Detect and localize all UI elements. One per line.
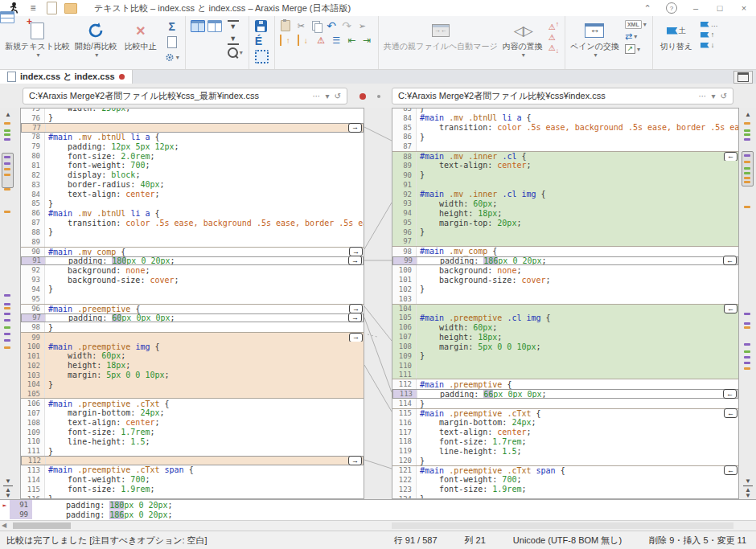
change-marker[interactable] (4, 162, 10, 165)
previous-change-button[interactable]: ↑ (280, 35, 294, 46)
change-marker[interactable] (4, 211, 10, 213)
change-marker[interactable] (4, 168, 10, 170)
merge-to-right-button[interactable]: → (349, 333, 363, 342)
change-marker[interactable] (4, 129, 10, 132)
merge-to-left-button[interactable]: ← (724, 465, 738, 475)
menu-hamburger-icon[interactable]: ≡ (27, 2, 39, 14)
next-change-icon[interactable]: ▼ (3, 477, 13, 485)
scroll-to-top-button[interactable]: ▼ (228, 20, 239, 31)
browse-ellipsis-icon[interactable]: ⋯ (313, 92, 321, 100)
pointer-mode-button[interactable]: ➢ (356, 20, 368, 31)
ocr-button[interactable] (255, 50, 269, 64)
indent-button[interactable]: ⇥ (361, 35, 373, 46)
change-marker[interactable] (744, 356, 750, 358)
change-marker[interactable] (4, 313, 10, 315)
encoding-button[interactable]: É (255, 35, 269, 47)
merge-to-right-button[interactable]: → (348, 123, 362, 133)
remove-markers-button[interactable]: ⚠ (315, 35, 327, 46)
new-document-icon[interactable] (47, 2, 57, 14)
right-overview-strip[interactable]: ▲▼▲▼ (737, 108, 756, 499)
scrollbar-thumb[interactable] (13, 522, 71, 529)
change-marker[interactable] (744, 167, 750, 170)
cut-button[interactable]: ✂ (295, 20, 307, 31)
next-change-button[interactable]: ↓ (298, 35, 312, 46)
report-button[interactable] (165, 35, 179, 48)
change-marker[interactable] (4, 307, 10, 309)
close-button[interactable]: × (732, 0, 756, 16)
merge-to-left-button[interactable]: ← (724, 408, 738, 418)
zoom-button[interactable]: ▾ (228, 47, 243, 58)
new-text-compare-button[interactable]: + 新規テキスト比較▾ (3, 18, 72, 60)
change-marker[interactable] (744, 154, 750, 157)
history-icon[interactable]: ↺ (721, 92, 727, 100)
change-marker[interactable] (744, 350, 750, 353)
redo-button[interactable]: ↷ (341, 20, 353, 31)
change-marker[interactable] (744, 326, 750, 329)
pane-window-button[interactable] (733, 71, 753, 84)
merge-to-left-button[interactable]: ← (723, 389, 737, 399)
change-marker[interactable] (4, 339, 10, 342)
options-gear-button[interactable]: ▾ (165, 51, 179, 64)
change-marker[interactable] (744, 161, 750, 163)
start-recompare-button[interactable]: 開始/再比較▾ (73, 18, 119, 60)
change-marker[interactable] (744, 313, 750, 315)
change-marker[interactable] (4, 346, 10, 349)
change-marker[interactable] (744, 181, 750, 183)
warning-down-button[interactable]: ⚠↓ (549, 44, 559, 55)
help-icon[interactable]: ? (659, 0, 684, 16)
outdent-button[interactable]: ⇤ (346, 35, 358, 46)
paste-button[interactable] (280, 20, 292, 31)
comparison-tab[interactable]: index.css と index.css (0, 70, 133, 84)
bookmark-list-button[interactable]: … (701, 20, 718, 28)
change-marker[interactable] (744, 322, 750, 325)
change-marker[interactable] (744, 172, 750, 174)
left-code-pane[interactable]: 75 width: 250px;76}77→78#main .mv .btnUl… (20, 108, 364, 499)
change-marker[interactable] (744, 129, 750, 132)
change-marker[interactable] (4, 333, 10, 335)
next-bookmark-button[interactable]: ↓ (701, 41, 718, 49)
merge-to-right-button[interactable]: → (348, 456, 362, 465)
merge-to-left-button[interactable]: ← (724, 152, 738, 162)
change-marker[interactable] (4, 326, 10, 329)
history-icon[interactable]: ↺ (335, 92, 341, 100)
change-marker[interactable] (744, 133, 750, 136)
merge-to-right-button[interactable]: → (349, 304, 363, 313)
sync-button[interactable]: ⇄▾ (625, 31, 647, 42)
open-folder-icon[interactable] (64, 3, 77, 14)
merge-to-left-button[interactable]: ← (724, 304, 738, 313)
collapse-ribbon-icon[interactable]: ⌃ (635, 0, 659, 16)
change-marker[interactable] (744, 122, 750, 125)
minimize-button[interactable]: – (684, 0, 708, 16)
copy-button[interactable] (310, 20, 323, 31)
toggle-bookmark-button[interactable]: 土 切り替え (656, 18, 696, 51)
left-overview-strip[interactable]: ▲▼▲▼ (0, 108, 19, 499)
dropdown-caret-icon[interactable]: ▾ (326, 92, 330, 100)
change-marker[interactable] (744, 206, 750, 208)
swap-panes-button[interactable]: ↔ ペインの交換▾ (569, 18, 621, 60)
accept-changes-button[interactable]: ☰ (331, 35, 343, 46)
change-marker[interactable] (4, 174, 10, 176)
change-marker[interactable] (744, 343, 750, 346)
warning-current-button[interactable]: ⚠ (549, 34, 559, 42)
dropdown-caret-icon[interactable]: ▾ (712, 92, 716, 100)
change-marker[interactable] (4, 319, 10, 322)
auto-merge-button[interactable]: →← 共通の親ファイルヘ自動マージ (382, 18, 499, 51)
change-marker[interactable] (4, 303, 10, 305)
browse-ellipsis-icon[interactable]: ⋯ (699, 92, 707, 100)
right-code-pane[interactable]: 83}84#main .mv .btnUl li a {85 transitio… (392, 108, 739, 499)
merge-to-right-button[interactable]: → (349, 247, 363, 256)
layout-horizontal3-button[interactable] (0, 11, 14, 23)
change-marker[interactable] (4, 156, 10, 158)
change-marker[interactable] (4, 294, 10, 297)
next-change-icon[interactable]: ▼ (743, 477, 753, 485)
scroll-to-bottom-button[interactable]: ▼ (228, 34, 239, 45)
abort-compare-button[interactable]: × 比較中止 (121, 18, 161, 51)
change-marker[interactable] (4, 188, 10, 191)
left-file-path-field[interactable]: C:¥Araxis Merge¥2者間ファイル比較¥css_最新¥index.c… (23, 88, 347, 104)
export-button[interactable]: ↗▾ (625, 44, 647, 54)
warning-up-button[interactable]: ⚠↑ (549, 20, 559, 31)
horizontal-scrollbar[interactable]: ◀ (0, 520, 756, 531)
right-pane-scroll-track[interactable] (392, 522, 733, 529)
replace-content-button[interactable]: ◁▷ 内容の置換▾ (501, 18, 544, 60)
merge-to-right-button[interactable]: → (348, 256, 362, 265)
